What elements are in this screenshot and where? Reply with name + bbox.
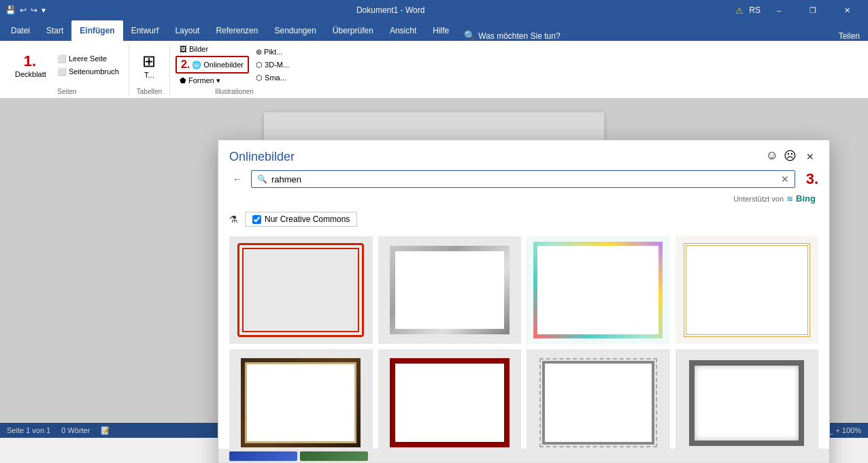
- bing-prefix: Unterstützt von: [733, 195, 784, 203]
- deckblatt-button[interactable]: 1. Deckblatt: [11, 50, 50, 81]
- image-thumb-8[interactable]: [675, 349, 819, 449]
- title-bar-left: 💾 ↩ ↪ ▾: [5, 5, 46, 15]
- deckblatt-label: Deckblatt: [15, 70, 46, 78]
- seitenumbruch-button[interactable]: ⬜ Seitenumbruch: [53, 66, 123, 78]
- bing-logo: Bing: [796, 193, 816, 204]
- doc-area: Onlinebilder ☺ ☹ ✕ ← 🔍 ✕ 3. Unters: [0, 99, 868, 438]
- creative-commons-checkbox[interactable]: [252, 215, 261, 224]
- badge-1: 1.: [24, 52, 36, 70]
- customize-btn[interactable]: ▾: [41, 5, 46, 15]
- tab-ueberpruefen[interactable]: Überprüfen: [324, 20, 382, 41]
- modal-title: Onlinebilder: [229, 150, 295, 164]
- frame-colorful-inner: [537, 246, 658, 334]
- badge-2: 2.: [181, 59, 190, 71]
- ribbon-group-tabellen: ⊞ T... Tabellen: [129, 44, 170, 95]
- search-magnifier-icon: 🔍: [257, 174, 267, 184]
- badge-3: 3.: [806, 170, 818, 188]
- tab-hilfe[interactable]: Hilfe: [424, 20, 457, 41]
- undo-btn[interactable]: ↩: [20, 5, 27, 15]
- ribbon-tabs: Datei Start Einfügen Entwurf Layout Refe…: [0, 20, 868, 41]
- restore-button[interactable]: ❐: [797, 0, 829, 20]
- search-label: Was möchten Sie tun?: [478, 31, 560, 41]
- modal-search: ← 🔍 ✕ 3.: [218, 170, 829, 193]
- frame-dark-decor: [241, 358, 361, 447]
- illustrationen-items: 🖼 Bilder 2. 🌐 Onlinebilder ⬟ Formen ▾ ⊛ …: [176, 44, 293, 86]
- modal-header-right: ☺ ☹ ✕: [766, 148, 818, 165]
- frame-silver-inner: [395, 251, 504, 330]
- frame-colorful-decor: [533, 242, 663, 338]
- tab-start[interactable]: Start: [38, 20, 71, 41]
- onlinebilder-button[interactable]: 2. 🌐 Onlinebilder: [176, 56, 249, 74]
- search-icon[interactable]: 🔍: [464, 30, 475, 41]
- modal-close-button[interactable]: ✕: [802, 148, 818, 165]
- leere-seite-button[interactable]: ⬜ Leere Seite: [53, 53, 123, 65]
- frame-red-decor: [237, 243, 364, 337]
- tab-einfuegen[interactable]: Einfügen: [71, 20, 122, 41]
- warning-icon: ⚠: [735, 5, 744, 16]
- word-icon: 💾: [5, 5, 16, 15]
- search-input[interactable]: [271, 174, 777, 185]
- seiten-col: ⬜ Leere Seite ⬜ Seitenumbruch: [53, 53, 123, 78]
- tab-referenzen[interactable]: Referenzen: [207, 20, 266, 41]
- filter-bar: ⚗ Nur Creative Commons: [218, 208, 829, 231]
- minimize-button[interactable]: –: [763, 0, 795, 20]
- tab-entwurf[interactable]: Entwurf: [123, 20, 167, 41]
- tab-ansicht[interactable]: Ansicht: [382, 20, 424, 41]
- frame-floral-decor: [684, 243, 810, 337]
- formen-button[interactable]: ⬟ Formen ▾: [176, 75, 249, 86]
- ribbon-group-seiten: 1. Deckblatt ⬜ Leere Seite ⬜ Seitenumbru…: [5, 44, 129, 95]
- creative-commons-label: Nur Creative Commons: [265, 214, 350, 224]
- seiten-items: 1. Deckblatt ⬜ Leere Seite ⬜ Seitenumbru…: [11, 44, 123, 86]
- image-thumb-4[interactable]: [675, 236, 819, 344]
- bing-attribution: Unterstützt von ≋ Bing: [218, 193, 829, 208]
- frame-grunge-decor: [689, 360, 804, 446]
- share-button[interactable]: Teilen: [839, 31, 868, 41]
- image-thumb-6[interactable]: [378, 349, 522, 449]
- image-thumb-7[interactable]: [527, 349, 670, 449]
- strip-thumb-1[interactable]: [229, 451, 297, 461]
- ribbon-group-illustrationen: 🖼 Bilder 2. 🌐 Onlinebilder ⬟ Formen ▾ ⊛ …: [170, 44, 299, 95]
- table-icon: ⊞: [142, 52, 156, 71]
- smile-button[interactable]: ☺: [766, 148, 778, 165]
- creative-commons-filter[interactable]: Nur Creative Commons: [245, 212, 357, 227]
- seiten-label: Seiten: [57, 86, 76, 95]
- frame-gray-decor: [542, 361, 654, 445]
- illustrationen-col1: 🖼 Bilder 2. 🌐 Onlinebilder ⬟ Formen ▾: [176, 44, 249, 86]
- image-thumb-3[interactable]: [527, 236, 670, 344]
- image-thumb-1[interactable]: [229, 236, 373, 344]
- image-thumb-2[interactable]: [378, 236, 522, 344]
- search-clear-button[interactable]: ✕: [781, 174, 789, 185]
- tab-datei[interactable]: Datei: [3, 20, 38, 41]
- title-bar-right: ⚠ RS – ❐ ✕: [735, 0, 863, 20]
- bing-wing-icon: ≋: [786, 194, 793, 204]
- title-bar: 💾 ↩ ↪ ▾ Dokument1 - Word ⚠ RS – ❐ ✕: [0, 0, 868, 20]
- close-button[interactable]: ✕: [831, 0, 863, 20]
- filter-icon[interactable]: ⚗: [229, 214, 238, 225]
- smart-button[interactable]: ⬡ Sma...: [252, 72, 293, 84]
- bottom-strip: [218, 449, 829, 462]
- image-thumb-5[interactable]: [229, 349, 373, 449]
- ribbon: Datei Start Einfügen Entwurf Layout Refe…: [0, 20, 868, 99]
- pikt-button[interactable]: ⊛ Pikt...: [252, 46, 293, 58]
- tabelle-button[interactable]: ⊞ T...: [135, 49, 163, 82]
- search-back-button[interactable]: ←: [229, 171, 246, 187]
- tab-layout[interactable]: Layout: [167, 20, 207, 41]
- image-grid: [218, 231, 829, 449]
- bilder-button[interactable]: 🖼 Bilder: [176, 44, 249, 54]
- tab-sendungen[interactable]: Sendungen: [266, 20, 324, 41]
- frown-button[interactable]: ☹: [784, 148, 797, 165]
- 3d-button[interactable]: ⬡ 3D-M...: [252, 59, 293, 71]
- frame-dark-inner: [245, 362, 356, 443]
- frame-dark-inner2: [247, 364, 354, 441]
- search-box: 🔍 ✕: [251, 170, 795, 188]
- modal-header: Onlinebilder ☺ ☹ ✕: [218, 140, 829, 170]
- redo-btn[interactable]: ↪: [31, 5, 37, 15]
- illustrationen-label: Illustrationen: [215, 86, 254, 95]
- frame-silver-decor: [390, 246, 510, 335]
- frame-red-thick-decor: [390, 358, 510, 447]
- window-title: Dokument1 - Word: [356, 5, 424, 15]
- tabellen-label: Tabellen: [137, 86, 162, 95]
- ribbon-content: 1. Deckblatt ⬜ Leere Seite ⬜ Seitenumbru…: [0, 41, 868, 99]
- onlinebilder-modal: Onlinebilder ☺ ☹ ✕ ← 🔍 ✕ 3. Unters: [218, 140, 830, 463]
- strip-thumb-2[interactable]: [300, 451, 368, 461]
